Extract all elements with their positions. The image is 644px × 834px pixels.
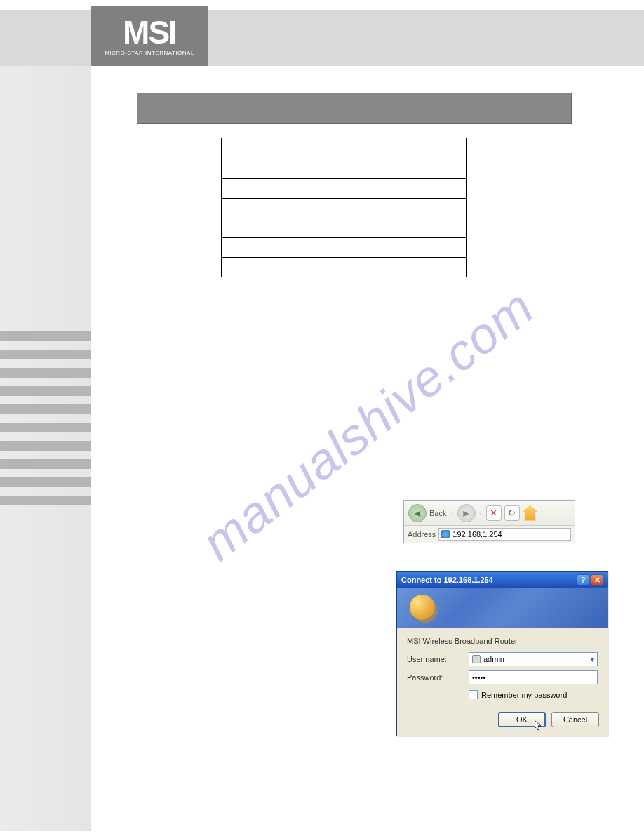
- remember-label: Remember my password: [481, 691, 567, 699]
- table-cell: [222, 199, 356, 218]
- close-button[interactable]: ✕: [591, 574, 603, 585]
- back-button[interactable]: ◄: [408, 504, 427, 522]
- username-field[interactable]: admin: [469, 652, 598, 666]
- cancel-label: Cancel: [563, 715, 587, 724]
- help-button[interactable]: ?: [577, 574, 589, 585]
- dialog-banner: [397, 588, 608, 628]
- dialog-titlebar: Connect to 192.168.1.254 ? ✕: [397, 572, 608, 588]
- back-label: Back: [429, 509, 446, 517]
- auth-dialog: Connect to 192.168.1.254 ? ✕ MSI Wireles…: [396, 571, 608, 736]
- arrow-left-icon: ◄: [412, 508, 422, 519]
- ie-page-icon: [441, 530, 450, 538]
- table-cell: [222, 179, 356, 199]
- table-cell: [356, 238, 466, 258]
- username-label: User name:: [407, 655, 469, 663]
- forward-button[interactable]: ►: [457, 504, 476, 522]
- page-content: manualshive.com ◄ Back · ► · ✕ ↻: [91, 66, 644, 831]
- table-cell: [222, 159, 356, 179]
- refresh-button[interactable]: ↻: [504, 505, 520, 521]
- user-icon: [472, 655, 481, 663]
- table-cell: [222, 258, 356, 277]
- default-settings-table: [221, 138, 467, 277]
- sidebar-stripes: [0, 331, 91, 514]
- keys-icon: [410, 595, 435, 620]
- header-bar: MSI MICRO-STAR INTERNATIONAL: [0, 10, 644, 66]
- dialog-title-text: Connect to 192.168.1.254: [401, 576, 493, 584]
- browser-toolbar: ◄ Back · ► · ✕ ↻ Address: [403, 500, 575, 543]
- logo-tagline: MICRO-STAR INTERNATIONAL: [105, 50, 194, 56]
- password-label: Password:: [407, 673, 469, 682]
- password-value: •••••: [472, 673, 485, 682]
- table-cell: [356, 159, 466, 179]
- arrow-right-icon: ►: [462, 508, 471, 519]
- home-button[interactable]: [523, 505, 538, 521]
- address-label: Address: [408, 530, 436, 538]
- refresh-icon: ↻: [508, 508, 516, 518]
- msi-logo: MSI MICRO-STAR INTERNATIONAL: [91, 6, 208, 66]
- address-value: 192.168.1.254: [452, 530, 502, 538]
- stop-button[interactable]: ✕: [486, 505, 502, 521]
- password-field[interactable]: •••••: [469, 670, 598, 684]
- table-cell: [356, 218, 466, 238]
- cursor-icon: [535, 720, 543, 732]
- username-value: admin: [483, 655, 504, 663]
- table-header: [222, 138, 467, 159]
- stop-icon: ✕: [490, 508, 497, 518]
- separator: ·: [450, 509, 452, 517]
- ok-label: OK: [516, 715, 528, 724]
- cancel-button[interactable]: Cancel: [551, 712, 599, 727]
- ok-button[interactable]: OK: [498, 712, 546, 727]
- left-sidebar: [0, 66, 91, 831]
- table-cell: [356, 258, 466, 277]
- remember-checkbox[interactable]: [469, 690, 478, 699]
- logo-brand: MSI: [123, 16, 176, 48]
- table-cell: [356, 199, 466, 218]
- chapter-heading-box: [137, 93, 572, 124]
- table-cell: [222, 218, 356, 238]
- dialog-subtitle: MSI Wireless Broadband Router: [407, 637, 598, 645]
- address-input[interactable]: 192.168.1.254: [438, 528, 571, 541]
- separator: ·: [480, 509, 482, 517]
- table-cell: [222, 238, 356, 258]
- table-cell: [356, 179, 466, 199]
